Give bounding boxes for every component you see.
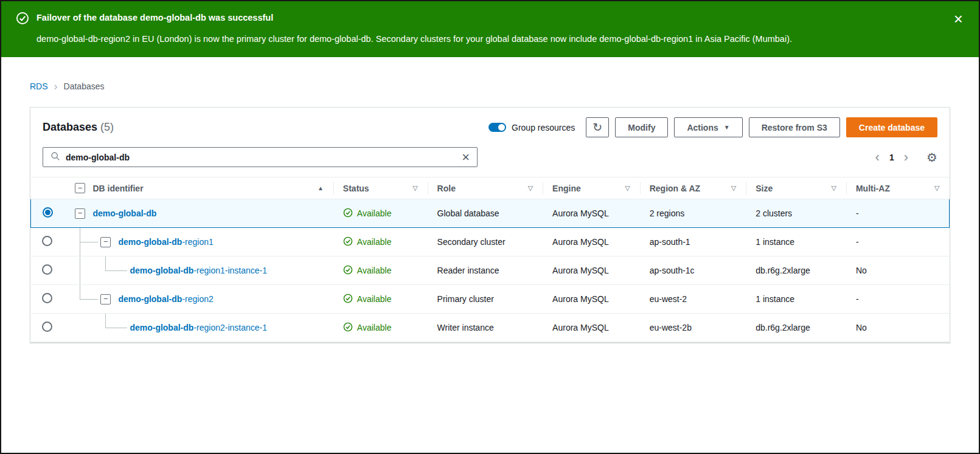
banner-close-icon[interactable]: ×	[954, 11, 963, 27]
group-resources-label: Group resources	[512, 123, 575, 132]
chevron-down-icon: ▼	[724, 125, 730, 131]
databases-table: − DB identifier ▲ Status▽ Role▽ Engine▽ …	[30, 177, 950, 342]
header-engine[interactable]: Engine▽	[543, 177, 640, 199]
header-region-label: Region & AZ	[650, 184, 700, 193]
header-multi-az[interactable]: Multi-AZ▽	[846, 177, 950, 199]
collapse-row-icon[interactable]: −	[100, 237, 111, 247]
filter-down-icon[interactable]: ▽	[831, 184, 836, 192]
header-role[interactable]: Role▽	[428, 177, 543, 199]
db-suffix: -region2	[182, 294, 213, 304]
multiaz-cell: No	[846, 314, 950, 342]
engine-cell: Aurora MySQL	[543, 285, 640, 314]
role-cell: Reader instance	[428, 256, 543, 285]
sort-ascending-icon[interactable]: ▲	[318, 185, 324, 191]
role-cell: Primary cluster	[428, 285, 543, 314]
engine-cell: Aurora MySQL	[543, 256, 640, 285]
db-identifier-link[interactable]: demo-global-db-region1-instance-1	[130, 266, 267, 275]
header-region-az[interactable]: Region & AZ▽	[640, 177, 746, 199]
create-database-button[interactable]: Create database	[846, 117, 937, 137]
db-identifier-link[interactable]: demo-global-db-region2	[118, 294, 213, 304]
databases-panel: Databases (5) Group resources ↻ Modify A…	[30, 107, 950, 343]
clear-search-icon[interactable]: ×	[462, 151, 470, 164]
banner-message: demo-global-db-region2 in EU (London) is…	[36, 33, 945, 45]
region-cell: ap-south-1c	[640, 256, 746, 285]
page-title: Databases (5)	[43, 121, 114, 134]
db-suffix: -region1	[182, 237, 213, 247]
check-circle-icon	[16, 12, 29, 27]
tree-line	[80, 285, 80, 299]
search-box: ×	[43, 147, 478, 167]
filter-down-icon[interactable]: ▽	[934, 184, 939, 192]
size-cell: 1 instance	[746, 285, 846, 314]
db-suffix: -region1-instance-1	[193, 266, 267, 275]
db-identifier-link[interactable]: demo-global-db-region2-instance-1	[130, 323, 267, 332]
header-db-label: DB identifier	[92, 184, 143, 193]
tree-line	[105, 328, 127, 328]
db-identifier-link[interactable]: demo-global-db	[92, 208, 156, 218]
status-badge: Available	[357, 294, 392, 304]
header-engine-label: Engine	[552, 184, 581, 193]
refresh-icon: ↻	[593, 120, 602, 134]
region-cell: eu-west-2	[640, 285, 746, 314]
panel-count: (5)	[100, 121, 114, 133]
engine-cell: Aurora MySQL	[543, 228, 640, 256]
prev-page-icon[interactable]: ‹	[875, 151, 880, 163]
db-name: demo-global-db	[118, 294, 182, 304]
breadcrumb-rds-link[interactable]: RDS	[30, 81, 48, 91]
refresh-button[interactable]: ↻	[586, 117, 609, 137]
actions-button[interactable]: Actions ▼	[674, 117, 742, 137]
status-available-icon	[343, 265, 353, 277]
row-radio-selected[interactable]	[43, 207, 53, 218]
header-select-column	[31, 177, 64, 199]
header-size[interactable]: Size▽	[746, 177, 846, 199]
tree-line	[105, 256, 106, 270]
collapse-row-icon[interactable]: −	[100, 294, 111, 304]
restore-from-s3-button[interactable]: Restore from S3	[749, 117, 840, 137]
table-header-row: − DB identifier ▲ Status▽ Role▽ Engine▽ …	[31, 177, 950, 199]
filter-down-icon[interactable]: ▽	[731, 184, 736, 192]
pagination: ‹ 1 › ⚙	[875, 150, 937, 165]
status-badge: Available	[357, 237, 392, 247]
filter-down-icon[interactable]: ▽	[528, 184, 533, 192]
collapse-all-icon[interactable]: −	[75, 183, 85, 193]
actions-label: Actions	[687, 123, 718, 132]
table-row: demo-global-db-region1-instance-1 Availa…	[31, 256, 950, 285]
current-page-button[interactable]: 1	[889, 153, 894, 162]
table-row: demo-global-db-region2-instance-1 Availa…	[31, 314, 950, 342]
db-name: demo-global-db	[130, 266, 193, 275]
db-identifier-link[interactable]: demo-global-db-region1	[118, 237, 213, 247]
region-cell: ap-south-1	[640, 228, 746, 256]
region-cell: 2 regions	[640, 199, 746, 228]
table-row: − demo-global-db-region1 Available Secon…	[31, 228, 950, 256]
size-cell: db.r6g.2xlarge	[746, 256, 846, 285]
breadcrumb-separator-icon: ›	[54, 82, 58, 91]
row-radio[interactable]	[42, 264, 52, 275]
status-available-icon	[343, 322, 353, 334]
table-row: − demo-global-db-region2 Available Prima…	[31, 285, 950, 314]
engine-cell: Aurora MySQL	[543, 314, 640, 342]
header-status[interactable]: Status▽	[333, 177, 428, 199]
group-resources-toggle[interactable]	[488, 123, 506, 132]
banner-title: Failover of the database demo-global-db …	[36, 12, 273, 24]
multiaz-cell: No	[846, 256, 950, 285]
search-input[interactable]	[66, 153, 456, 162]
tree-line	[80, 299, 98, 300]
filter-down-icon[interactable]: ▽	[412, 184, 417, 192]
next-page-icon[interactable]: ›	[904, 151, 908, 163]
app-window: Failover of the database demo-global-db …	[0, 0, 980, 454]
header-db-identifier[interactable]: − DB identifier ▲	[64, 177, 333, 199]
role-cell: Writer instance	[428, 314, 543, 342]
tree-line	[80, 242, 98, 242]
row-radio[interactable]	[42, 322, 52, 332]
status-badge: Available	[357, 323, 392, 332]
modify-button[interactable]: Modify	[615, 117, 668, 137]
header-role-label: Role	[437, 184, 456, 193]
db-suffix: -region2-instance-1	[193, 323, 267, 332]
collapse-row-icon[interactable]: −	[75, 208, 85, 219]
row-radio[interactable]	[42, 236, 52, 246]
tree-line	[80, 256, 80, 284]
row-radio[interactable]	[42, 293, 52, 303]
status-available-icon	[343, 208, 353, 219]
gear-icon[interactable]: ⚙	[926, 150, 937, 165]
filter-down-icon[interactable]: ▽	[625, 184, 630, 192]
